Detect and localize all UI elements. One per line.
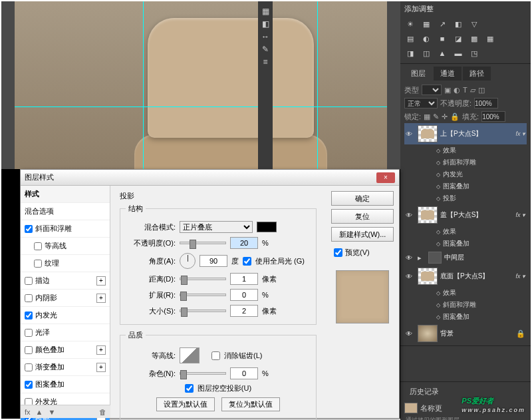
fill-input[interactable]	[481, 111, 505, 122]
guide-vertical[interactable]	[317, 1, 318, 169]
adjust-vibrance-icon[interactable]: ▽	[468, 19, 480, 29]
layer-row[interactable]: 👁 背景 🔒	[404, 323, 527, 343]
layer-name[interactable]: 中间层	[444, 253, 525, 262]
layer-row[interactable]: 👁 盖【P大点S】 fx ▾	[404, 204, 527, 226]
distance-input[interactable]	[230, 273, 258, 285]
effect-item[interactable]: 图案叠加	[404, 238, 527, 250]
style-inner-shadow[interactable]: 内阴影+	[21, 290, 110, 307]
adjust-selective-icon[interactable]: ◳	[468, 48, 480, 59]
filter-icon[interactable]: ◫	[478, 86, 485, 95]
effect-item[interactable]: 斜面和浮雕	[404, 156, 527, 168]
style-checkbox[interactable]	[25, 346, 33, 354]
adjust-poster-icon[interactable]: ◫	[420, 48, 432, 59]
lock-icon[interactable]: ✎	[433, 112, 439, 121]
spread-slider[interactable]	[180, 294, 226, 296]
adjust-brightness-icon[interactable]: ☀	[404, 19, 416, 29]
size-slider[interactable]	[180, 310, 226, 312]
history-item[interactable]: 名称更	[420, 403, 442, 413]
add-icon[interactable]: +	[96, 276, 106, 286]
effect-item[interactable]: 斜面和浮雕	[404, 299, 527, 311]
add-icon[interactable]: +	[96, 294, 106, 303]
layer-thumb[interactable]	[418, 206, 438, 224]
visibility-icon[interactable]: 👁	[406, 330, 415, 337]
style-contour[interactable]: 等高线	[21, 238, 110, 255]
layer-name[interactable]: 底面【P大点S】	[440, 272, 513, 281]
blend-mode-select[interactable]: 正片叠底	[180, 221, 253, 233]
arrow-down-icon[interactable]: ▼	[48, 408, 55, 416]
style-stroke[interactable]: 描边+	[21, 272, 110, 290]
fx-icon[interactable]: fx	[25, 408, 31, 416]
arrow-up-icon[interactable]: ▲	[36, 408, 43, 416]
folder-icon[interactable]	[428, 252, 442, 264]
effect-item[interactable]: 内发光	[404, 168, 527, 180]
adjust-lookup-icon[interactable]: ▦	[484, 33, 496, 44]
style-color-overlay[interactable]: 颜色叠加+	[21, 341, 110, 359]
tab-channels[interactable]: 通道	[434, 67, 462, 81]
fx-badge[interactable]: fx ▾	[515, 130, 525, 137]
layer-thumb[interactable]	[418, 125, 438, 142]
fx-badge[interactable]: fx ▾	[515, 212, 525, 218]
color-swatch[interactable]	[257, 222, 277, 232]
layer-row[interactable]: 👁 上【P大点S】 fx ▾	[404, 123, 527, 144]
layer-thumb[interactable]	[418, 325, 438, 342]
effect-item[interactable]: 效果	[404, 287, 527, 299]
canvas[interactable]	[15, 1, 387, 169]
effect-item[interactable]: 图案叠加	[404, 311, 527, 323]
opacity-input[interactable]	[474, 98, 498, 108]
tool-icon[interactable]: ✎	[260, 45, 271, 55]
adjust-balance-icon[interactable]: ◐	[420, 33, 432, 44]
style-bevel[interactable]: 斜面和浮雕	[21, 220, 110, 238]
size-input[interactable]	[230, 305, 258, 317]
visibility-icon[interactable]: 👁	[406, 130, 415, 138]
guide-vertical[interactable]	[143, 1, 144, 169]
adjust-photo-icon[interactable]: ◪	[452, 33, 464, 44]
new-style-button[interactable]: 新建样式(W)...	[331, 227, 394, 242]
effect-item[interactable]: 效果	[404, 226, 527, 238]
style-gradient-overlay[interactable]: 渐变叠加+	[21, 359, 110, 376]
effect-item[interactable]: 图案叠加	[404, 180, 527, 192]
add-icon[interactable]: +	[96, 363, 106, 372]
tab-history[interactable]: 历史记录	[403, 385, 446, 399]
ok-button[interactable]: 确定	[331, 191, 394, 206]
fx-badge[interactable]: fx ▾	[515, 273, 525, 280]
filter-icon[interactable]: T	[463, 86, 467, 94]
style-checkbox[interactable]	[25, 381, 33, 389]
style-pattern-overlay[interactable]: 图案叠加	[21, 376, 110, 393]
angle-input[interactable]	[200, 255, 227, 267]
tool-icon[interactable]: ▦	[260, 7, 271, 17]
style-blend-options[interactable]: 混合选项	[21, 203, 110, 220]
layer-name[interactable]: 上【P大点S】	[440, 129, 513, 138]
style-checkbox[interactable]	[34, 260, 42, 268]
adjust-invert-icon[interactable]: ◨	[404, 48, 416, 59]
lock-icon[interactable]: ▦	[424, 112, 430, 121]
adjust-mixer-icon[interactable]: ▩	[468, 33, 480, 44]
add-icon[interactable]: +	[96, 345, 106, 355]
styles-header[interactable]: 样式	[21, 186, 110, 203]
layer-row[interactable]: 👁 ▸ 中间层	[404, 250, 527, 266]
visibility-icon[interactable]: 👁	[406, 273, 415, 280]
trash-icon[interactable]: 🗑	[99, 408, 106, 416]
style-checkbox[interactable]	[25, 225, 33, 233]
tool-icon[interactable]: ↔	[260, 32, 271, 43]
visibility-icon[interactable]: 👁	[406, 212, 415, 219]
adjust-curves-icon[interactable]: ↗	[436, 19, 448, 29]
layer-row[interactable]: 👁 底面【P大点S】 fx ▾	[404, 266, 527, 287]
layer-thumb[interactable]	[418, 268, 438, 285]
tab-paths[interactable]: 路径	[463, 67, 491, 81]
style-inner-glow[interactable]: 内发光	[21, 307, 110, 324]
tool-icon[interactable]: ≡	[260, 57, 271, 68]
adjust-threshold-icon[interactable]: ▲	[436, 48, 448, 59]
style-checkbox[interactable]	[25, 277, 33, 285]
antialias-checkbox[interactable]	[211, 351, 220, 360]
lock-icon[interactable]: ✛	[442, 112, 448, 121]
adjust-exposure-icon[interactable]: ◧	[452, 19, 464, 29]
blend-mode-select[interactable]: 正常	[404, 98, 438, 108]
adjust-hue-icon[interactable]: ▤	[404, 33, 416, 44]
dialog-titlebar[interactable]: 图层样式 ×	[21, 170, 399, 186]
preview-checkbox[interactable]	[334, 248, 342, 257]
folder-arrow-icon[interactable]: ▸	[418, 254, 426, 262]
effect-item[interactable]: 效果	[404, 144, 527, 156]
lock-icon[interactable]: 🔒	[450, 112, 460, 121]
filter-icon[interactable]: ▣	[444, 86, 451, 95]
opacity-input[interactable]	[230, 237, 258, 249]
